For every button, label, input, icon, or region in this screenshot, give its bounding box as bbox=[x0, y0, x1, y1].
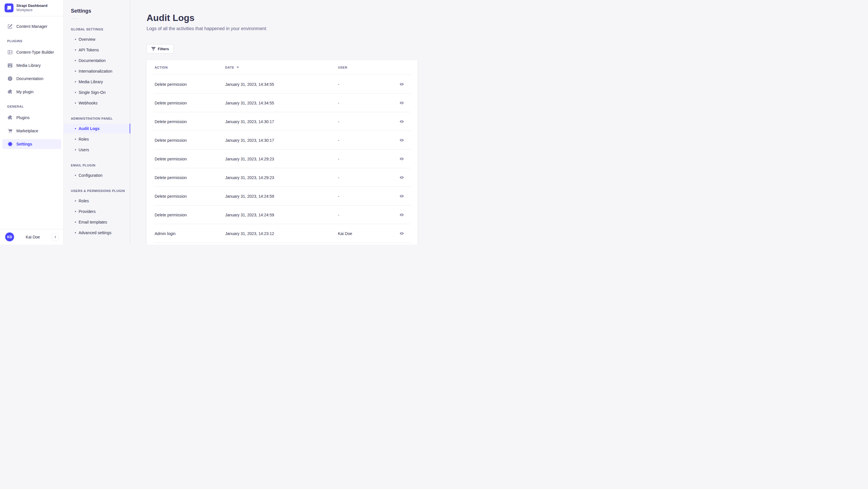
filter-icon bbox=[151, 47, 155, 51]
subnav-item-label: Roles bbox=[79, 137, 89, 142]
cell-date: January 31, 2023, 14:24:59 bbox=[225, 194, 338, 198]
bullet-icon bbox=[75, 102, 76, 103]
cell-action: Delete permission bbox=[155, 82, 225, 87]
subnav-item-label: Single Sign-On bbox=[79, 90, 105, 95]
subnav-item-audit-logs[interactable]: Audit Logs bbox=[64, 124, 130, 133]
page-title: Audit Logs bbox=[147, 12, 417, 24]
view-log-button[interactable] bbox=[397, 229, 406, 238]
subnav-section-administration-panel: ADMINISTRATION PANEL bbox=[64, 117, 130, 120]
subnav-item-advanced-settings[interactable]: Advanced settings bbox=[64, 228, 130, 238]
workspace-brand[interactable]: Strapi Dashboard Workplace bbox=[0, 0, 63, 16]
cell-action: Delete permission bbox=[155, 194, 225, 198]
cell-user: - bbox=[338, 213, 394, 217]
cell-date: January 31, 2023, 14:34:55 bbox=[225, 101, 338, 105]
puzzle-icon bbox=[7, 115, 13, 121]
info-icon bbox=[7, 76, 13, 82]
sidebar-item-label: Content Manager bbox=[17, 24, 47, 29]
sidebar-item-plugins[interactable]: Plugins bbox=[2, 113, 61, 123]
table-row[interactable]: Delete permission January 31, 2023, 14:2… bbox=[147, 150, 417, 168]
workspace-subtitle: Workplace bbox=[17, 8, 47, 12]
table-row[interactable]: Delete permission January 31, 2023, 14:2… bbox=[147, 187, 417, 206]
collapse-sidebar-button[interactable] bbox=[52, 233, 59, 241]
view-log-button[interactable] bbox=[397, 173, 406, 182]
cell-date: January 31, 2023, 14:34:55 bbox=[225, 82, 338, 87]
cart-icon bbox=[7, 128, 13, 134]
subnav-section-users-permissions-plugin: USERS & PERMISSIONS PLUGIN bbox=[64, 189, 130, 192]
avatar[interactable]: KD bbox=[5, 233, 14, 241]
cell-action: Admin login bbox=[155, 231, 225, 236]
subnav-item-overview[interactable]: Overview bbox=[64, 34, 130, 44]
column-header-action[interactable]: ACTION bbox=[155, 66, 225, 69]
subnav-item-webhooks[interactable]: Webhooks bbox=[64, 98, 130, 108]
sidebar-item-marketplace[interactable]: Marketplace bbox=[2, 126, 61, 136]
view-log-button[interactable] bbox=[397, 192, 406, 201]
subnav-item-media-library[interactable]: Media Library bbox=[64, 77, 130, 87]
subnav-item-email-templates[interactable]: Email templates bbox=[64, 217, 130, 227]
table-row[interactable]: Delete permission January 31, 2023, 14:3… bbox=[147, 131, 417, 150]
page-subtitle: Logs of all the activities that happened… bbox=[147, 26, 417, 32]
subnav-item-label: Email templates bbox=[79, 220, 107, 224]
column-header-user[interactable]: USER bbox=[338, 66, 394, 69]
sidebar-item-documentation[interactable]: Documentation bbox=[2, 74, 61, 84]
cell-user: - bbox=[338, 101, 394, 105]
sidebar-item-settings[interactable]: Settings bbox=[2, 139, 61, 149]
table-row[interactable]: Delete permission January 31, 2023, 14:3… bbox=[147, 75, 417, 94]
column-header-date[interactable]: DATE bbox=[225, 66, 338, 69]
cell-action: Delete permission bbox=[155, 175, 225, 180]
sidebar-item-label: Marketplace bbox=[17, 128, 38, 133]
subnav-item-label: Media Library bbox=[79, 80, 103, 84]
subnav-section-global-settings: GLOBAL SETTINGS bbox=[64, 28, 130, 31]
subnav-item-internationalization[interactable]: Internationalization bbox=[64, 66, 130, 76]
eye-icon bbox=[399, 100, 404, 105]
subnav-item-roles-admin[interactable]: Roles bbox=[64, 134, 130, 144]
bullet-icon bbox=[75, 49, 76, 51]
view-log-button[interactable] bbox=[397, 210, 406, 219]
subnav-item-providers[interactable]: Providers bbox=[64, 207, 130, 216]
sidebar-item-content-manager[interactable]: Content Manager bbox=[2, 22, 61, 31]
view-log-button[interactable] bbox=[397, 80, 406, 89]
sidebar-item-label: Plugins bbox=[17, 115, 30, 120]
bullet-icon bbox=[75, 221, 76, 223]
sort-descending-icon[interactable] bbox=[237, 67, 239, 68]
sidebar-item-my-plugin[interactable]: My plugin bbox=[2, 87, 61, 97]
subnav-item-label: Documentation bbox=[79, 58, 105, 63]
subnav-item-label: Providers bbox=[79, 209, 95, 214]
cell-user: - bbox=[338, 138, 394, 143]
subnav-item-label: Advanced settings bbox=[79, 231, 111, 235]
view-log-button[interactable] bbox=[397, 136, 406, 145]
bullet-icon bbox=[75, 81, 76, 82]
picture-icon bbox=[7, 63, 13, 68]
table-row[interactable]: Delete permission January 31, 2023, 14:2… bbox=[147, 168, 417, 187]
bullet-icon bbox=[75, 211, 76, 212]
layout-icon bbox=[7, 49, 13, 55]
cell-user: - bbox=[338, 157, 394, 161]
bullet-icon bbox=[75, 128, 76, 129]
view-log-button[interactable] bbox=[397, 154, 406, 163]
table-row[interactable]: Delete permission January 31, 2023, 14:3… bbox=[147, 94, 417, 112]
filters-button[interactable]: Filters bbox=[147, 44, 174, 53]
sidebar-item-media-library[interactable]: Media Library bbox=[2, 61, 61, 70]
table-row[interactable]: Delete permission January 31, 2023, 14:2… bbox=[147, 206, 417, 224]
view-log-button[interactable] bbox=[397, 117, 406, 126]
eye-icon bbox=[399, 138, 404, 143]
subnav-item-roles-up[interactable]: Roles bbox=[64, 196, 130, 206]
sidebar-item-content-type-builder[interactable]: Content-Type Builder bbox=[2, 48, 61, 57]
filters-button-label: Filters bbox=[158, 47, 169, 51]
table-row[interactable]: Delete permission January 31, 2023, 14:3… bbox=[147, 112, 417, 131]
workspace-title: Strapi Dashboard bbox=[17, 3, 47, 8]
subnav-item-label: Roles bbox=[79, 198, 89, 203]
subnav-item-single-sign-on[interactable]: Single Sign-On bbox=[64, 88, 130, 97]
subnav-item-documentation[interactable]: Documentation bbox=[64, 56, 130, 65]
subnav-item-api-tokens[interactable]: API Tokens bbox=[64, 45, 130, 55]
strapi-logo-icon bbox=[5, 3, 13, 12]
subnav-item-users[interactable]: Users bbox=[64, 145, 130, 155]
bullet-icon bbox=[75, 149, 76, 150]
nav-section-general: GENERAL bbox=[0, 105, 63, 108]
view-log-button[interactable] bbox=[397, 98, 406, 108]
cell-user: Kai Doe bbox=[338, 231, 394, 236]
page-header: Audit Logs Logs of all the activities th… bbox=[130, 0, 434, 32]
table-row[interactable]: Admin login January 31, 2023, 14:23:12 K… bbox=[147, 224, 417, 243]
pencil-icon bbox=[7, 24, 13, 29]
subnav-item-configuration[interactable]: Configuration bbox=[64, 171, 130, 180]
subnav-item-label: Internationalization bbox=[79, 69, 113, 73]
